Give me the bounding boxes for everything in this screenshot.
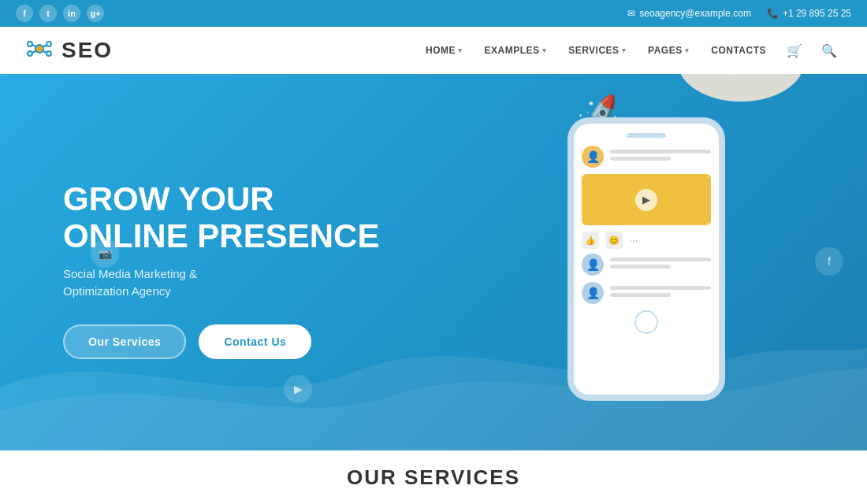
facebook-icon[interactable]: f — [16, 5, 33, 22]
contact-us-button[interactable]: Contact Us — [199, 324, 311, 359]
services-title: OUR SERVICES — [347, 465, 520, 490]
nav-pages[interactable]: PAGES ▾ — [640, 40, 697, 61]
navbar: SEO HOME ▾ EXAMPLES ▾ SERVICES ▾ PAGES ▾… — [0, 27, 867, 74]
twitter-icon[interactable]: t — [39, 5, 57, 22]
social-icons: f t in g+ — [16, 5, 104, 22]
phone-contact: 📞 +1 29 895 25 25 — [767, 8, 851, 19]
svg-point-9 — [678, 74, 804, 102]
chevron-down-icon: ▾ — [685, 46, 690, 54]
chevron-down-icon: ▾ — [622, 46, 627, 54]
chevron-down-icon: ▾ — [458, 46, 463, 54]
search-icon[interactable]: 🔍 — [815, 39, 843, 63]
phone-text: +1 29 895 25 25 — [783, 8, 851, 19]
email-contact: ✉ seoagency@example.com — [627, 8, 751, 19]
svg-point-3 — [47, 42, 51, 46]
googleplus-icon[interactable]: g+ — [87, 5, 104, 22]
nav-home[interactable]: HOME ▾ — [418, 40, 471, 61]
hero-section: 📷 ▶ f 🚀 GROW YOUR ONLINE PRESENCE Social… — [0, 74, 867, 450]
hero-subtitle: Social Media Marketing & Optimization Ag… — [63, 265, 379, 301]
facebook-deco: f — [815, 247, 843, 276]
hero-title: GROW YOUR ONLINE PRESENCE — [63, 181, 379, 254]
svg-point-1 — [28, 42, 32, 46]
logo-icon — [24, 33, 55, 68]
svg-point-0 — [35, 45, 43, 53]
chevron-down-icon: ▾ — [542, 46, 547, 54]
email-text: seoagency@example.com — [639, 8, 751, 19]
our-services-button[interactable]: Our Services — [63, 324, 186, 359]
services-section: OUR SERVICES — [0, 450, 867, 504]
phone-device: 👤 ▶ 👍 😊 ··· 👤 — [567, 117, 725, 401]
nav-contacts[interactable]: CONTACTS — [703, 40, 774, 61]
nav-links: HOME ▾ EXAMPLES ▾ SERVICES ▾ PAGES ▾ CON… — [418, 39, 843, 63]
hand-svg — [631, 74, 851, 109]
hero-buttons: Our Services Contact Us — [63, 324, 379, 359]
top-bar: f t in g+ ✉ seoagency@example.com 📞 +1 2… — [0, 0, 867, 27]
svg-point-2 — [28, 51, 32, 56]
svg-point-4 — [47, 51, 51, 56]
linkedin-icon[interactable]: in — [63, 5, 80, 22]
contact-info: ✉ seoagency@example.com 📞 +1 29 895 25 2… — [627, 8, 851, 19]
hero-content: GROW YOUR ONLINE PRESENCE Social Media M… — [0, 165, 379, 358]
logo-text: SEO — [61, 38, 113, 63]
logo[interactable]: SEO — [24, 33, 113, 68]
phone-icon: 📞 — [767, 8, 779, 19]
nav-examples[interactable]: EXAMPLES ▾ — [477, 40, 555, 61]
nav-services[interactable]: SERVICES ▾ — [560, 40, 634, 61]
youtube-deco: ▶ — [284, 375, 312, 403]
email-icon: ✉ — [627, 8, 635, 19]
cart-icon[interactable]: 🛒 — [780, 39, 809, 63]
